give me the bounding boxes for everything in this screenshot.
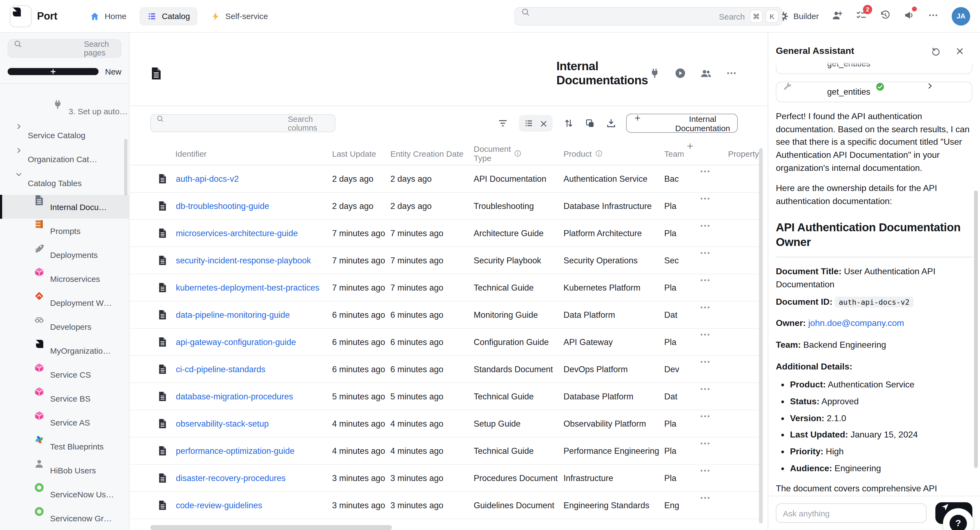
table-scrollbar[interactable]	[759, 148, 763, 524]
row-more-button[interactable]	[699, 465, 759, 492]
add-property-button[interactable]: Property	[682, 142, 759, 165]
cell-document-type: Standards Document	[474, 365, 563, 374]
sidebar-item-prompts[interactable]: Prompts	[0, 219, 129, 243]
col-identifier[interactable]: Identifier	[130, 149, 332, 158]
page-title: Internal Documentations	[557, 59, 649, 87]
col-entity-creation-date[interactable]: Entity Creation Date	[390, 149, 474, 158]
cell-document-type: Monitoring Guide	[474, 310, 563, 320]
row-more-button[interactable]	[699, 302, 759, 328]
sidebar-item-label: Prompts	[50, 226, 81, 235]
entity-identifier-link[interactable]: code-review-guidelines	[176, 501, 262, 510]
nav-item-label: Home	[105, 11, 126, 21]
download-button[interactable]	[606, 118, 616, 129]
page-more-button[interactable]	[726, 67, 737, 79]
sidebar-item-test-blueprints[interactable]: Test Blueprints	[0, 434, 129, 458]
entity-identifier-link[interactable]: data-pipeline-monitoring-guide	[176, 310, 290, 320]
reset-conversation-button[interactable]	[931, 46, 941, 56]
sidebar-item-3-set-up-auto[interactable]: 3. Set up auto…	[0, 99, 129, 123]
sidebar-item-servicenow-us[interactable]: ServiceNow Us…	[0, 482, 129, 506]
tool-call-card[interactable]: get_entities	[776, 62, 972, 74]
sidebar-item-deployment-w[interactable]: Deployment W…	[0, 290, 129, 314]
horizontal-scrollbar[interactable]	[150, 525, 392, 530]
row-more-button[interactable]	[699, 329, 759, 355]
add-entity-button[interactable]: Internal Documentation	[626, 114, 738, 133]
entity-identifier-link[interactable]: api-gateway-configuration-guide	[176, 337, 296, 347]
more-menu-button[interactable]	[928, 10, 939, 22]
sidebar-item-deployments[interactable]: Deployments	[0, 243, 129, 267]
ask-input[interactable]	[776, 503, 927, 523]
sidebar-item-service-as[interactable]: Service AS	[0, 410, 129, 434]
port-logo[interactable]	[10, 5, 32, 27]
assistant-scrollbar[interactable]	[974, 190, 978, 468]
row-more-button[interactable]	[699, 166, 759, 192]
sidebar-item-servicenow-gr[interactable]: Servicenow Gr…	[0, 506, 129, 530]
assistant-paragraph: The document covers comprehensive API do…	[776, 482, 972, 496]
row-more-button[interactable]	[699, 438, 759, 465]
owner-email-link[interactable]: john.doe@company.com	[808, 319, 904, 328]
entity-identifier-link[interactable]: kubernetes-deployment-best-practices	[176, 283, 319, 293]
sort-button[interactable]	[563, 118, 574, 129]
sidebar-item-internal-docu[interactable]: Internal Docu…	[0, 195, 129, 219]
sidebar-item-service-bs[interactable]: Service BS	[0, 386, 129, 410]
entity-identifier-link[interactable]: observability-stack-setup	[176, 419, 269, 429]
sidebar-item-service-catalog[interactable]: Service Catalog	[0, 123, 129, 147]
chevron-right-icon	[926, 62, 965, 73]
group-by-control[interactable]	[519, 115, 553, 132]
info-icon	[514, 150, 563, 157]
nav-item-catalog[interactable]: Catalog	[139, 7, 197, 25]
details-list: Product: Authentication ServiceStatus: A…	[776, 378, 972, 475]
invite-users-button[interactable]	[832, 10, 843, 22]
more-icon	[928, 10, 939, 21]
entity-identifier-link[interactable]: db-troubleshooting-guide	[176, 202, 269, 211]
entity-identifier-link[interactable]: performance-optimization-guide	[176, 446, 294, 456]
sidebar-item-catalog-tables[interactable]: Catalog Tables	[0, 171, 129, 195]
sidebar-item-service-cs[interactable]: Service CS	[0, 362, 129, 386]
global-search-input[interactable]: Search ⌘ K	[514, 7, 783, 25]
document-icon	[158, 337, 167, 348]
nav-item-home[interactable]: Home	[82, 7, 134, 25]
builder-button[interactable]: Builder	[778, 11, 819, 22]
tasks-button[interactable]: 2	[856, 10, 867, 22]
entity-identifier-link[interactable]: database-migration-procedures	[176, 392, 293, 401]
entity-identifier-link[interactable]: auth-api-docs-v2	[176, 174, 239, 184]
sidebar-search-input[interactable]: Search pages	[8, 39, 121, 58]
search-columns-input[interactable]: Search columns	[150, 114, 336, 132]
new-page-button[interactable]: New	[8, 67, 121, 76]
sidebar-item-developers[interactable]: Developers	[0, 314, 129, 338]
sidebar-item-organization-catalog[interactable]: Organization Catalog	[0, 147, 129, 171]
col-last-update[interactable]: Last Update	[332, 149, 390, 158]
sidebar-item-hibob-users[interactable]: HiBob Users	[0, 458, 129, 482]
tool-call-card[interactable]: get_entities	[776, 82, 972, 102]
copy-button[interactable]	[585, 118, 595, 129]
row-more-button[interactable]	[699, 356, 759, 383]
cell-document-type: Security Playbook	[474, 256, 563, 265]
user-avatar[interactable]: JA	[952, 7, 970, 25]
permissions-button[interactable]	[700, 67, 711, 79]
row-more-button[interactable]	[699, 193, 759, 219]
assistant-message: Perfect! I found the API authentication …	[776, 110, 972, 496]
row-more-button[interactable]	[699, 492, 759, 519]
row-more-button[interactable]	[699, 220, 759, 247]
cell-product: Kubernetes Platform	[563, 283, 664, 293]
entity-identifier-link[interactable]: ci-cd-pipeline-standards	[176, 365, 266, 374]
close-panel-button[interactable]	[955, 46, 965, 56]
row-more-button[interactable]	[699, 383, 759, 410]
run-button[interactable]	[675, 67, 686, 79]
data-sources-button[interactable]	[649, 67, 660, 79]
row-more-button[interactable]	[699, 247, 759, 274]
entity-identifier-link[interactable]: microservices-architecture-guide	[176, 229, 298, 238]
nav-item-self-service[interactable]: Self-service	[203, 7, 276, 25]
row-more-button[interactable]	[699, 411, 759, 437]
sidebar-item-myorganizatio[interactable]: MyOrganizatio…	[0, 338, 129, 362]
sidebar-item-microservices[interactable]: Microservices	[0, 267, 129, 290]
entity-identifier-link[interactable]: security-incident-response-playbook	[176, 256, 311, 265]
document-title-field: Document Title: User Authentication API …	[776, 265, 972, 291]
row-more-button[interactable]	[699, 275, 759, 301]
audit-history-button[interactable]	[880, 10, 891, 22]
col-document-type[interactable]: Document Type	[474, 144, 563, 163]
entity-identifier-link[interactable]: disaster-recovery-procedures	[176, 473, 286, 483]
col-product[interactable]: Product	[563, 149, 664, 158]
filter-button[interactable]	[498, 118, 508, 129]
announcements-button[interactable]	[904, 10, 915, 22]
sidebar-scrollbar[interactable]	[124, 139, 127, 196]
